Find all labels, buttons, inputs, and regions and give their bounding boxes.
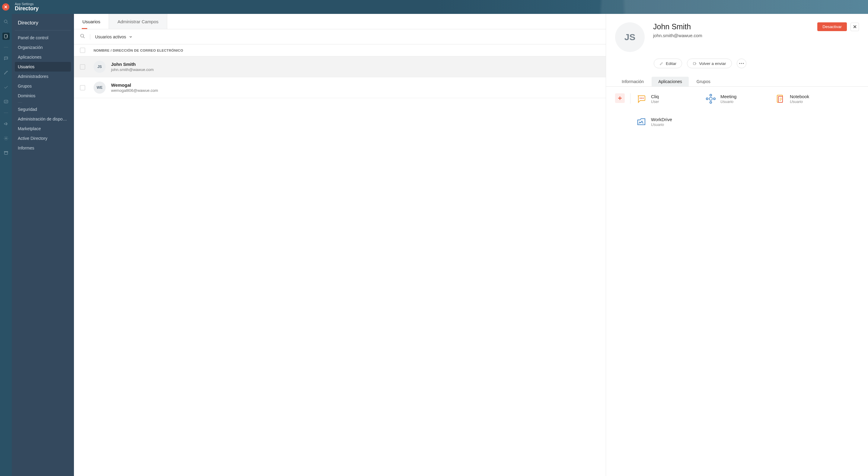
close-icon (853, 25, 857, 29)
archive-icon (4, 150, 8, 155)
apps-grid: Cliq User Meeting Usuario (636, 93, 841, 127)
app-role: Usuario (790, 100, 809, 104)
sidebar-item-apps[interactable]: Aplicaciones (15, 52, 71, 62)
close-button[interactable] (2, 3, 9, 10)
app-role: Usuario (720, 100, 736, 104)
sidebar-item-marketplace[interactable]: Marketplace (15, 124, 71, 133)
header-titles: App Settings Directory (15, 2, 39, 12)
meeting-icon (705, 93, 716, 104)
rail-directory[interactable] (2, 33, 10, 40)
sidebar-item-label: Seguridad (18, 107, 37, 112)
main-tabs: Usuarios Administrar Campos (74, 14, 606, 29)
rail-search[interactable] (2, 18, 10, 25)
sidebar-item-users[interactable]: Usuarios (15, 62, 71, 71)
row-checkbox[interactable] (80, 85, 85, 90)
tab-groups[interactable]: Grupos (690, 77, 717, 86)
app-name: WorkDrive (651, 117, 672, 122)
sidebar-item-domains[interactable]: Dominios (15, 91, 71, 100)
check-icon (4, 85, 8, 90)
more-actions-button[interactable] (737, 59, 746, 68)
tab-label: Información (622, 79, 644, 84)
svg-point-20 (713, 98, 715, 100)
rail-settings[interactable] (2, 135, 10, 142)
tab-manage-fields[interactable]: Administrar Campos (108, 14, 167, 29)
search-icon (4, 19, 8, 24)
search-button[interactable] (80, 33, 85, 40)
svg-point-0 (4, 20, 7, 23)
svg-point-10 (739, 63, 740, 64)
sidebar-item-panel[interactable]: Panel de control (15, 33, 71, 42)
app-card-meeting[interactable]: Meeting Usuario (705, 93, 772, 104)
close-icon (4, 5, 7, 9)
search-icon (80, 33, 85, 39)
svg-point-15 (643, 97, 644, 99)
tab-info[interactable]: Información (615, 77, 650, 86)
chart-icon (4, 99, 8, 104)
sidebar-item-label: Organización (18, 45, 43, 50)
sidebar-item-label: Marketplace (18, 126, 41, 131)
detail-tabs: Información Aplicaciones Grupos (606, 77, 868, 87)
sidebar-item-label: Usuarios (18, 64, 34, 69)
tab-users[interactable]: Usuarios (74, 14, 108, 29)
resend-button[interactable]: Volver a enviar (687, 59, 732, 68)
rail-design[interactable] (2, 69, 10, 77)
list-header: NOMBRE / DIRECCIÓN DE CORREO ELECTRÓNICO (74, 44, 606, 57)
sidebar-item-org[interactable]: Organización (15, 42, 71, 52)
app-card-workdrive[interactable]: WorkDrive Usuario (636, 116, 702, 127)
edit-label: Editar (666, 61, 676, 66)
select-all-checkbox[interactable] (80, 48, 85, 53)
sidebar-item-reports[interactable]: Informes (15, 143, 71, 153)
avatar-large: JS (615, 22, 645, 52)
app-header: App Settings Directory (0, 0, 868, 14)
tab-label: Administrar Campos (117, 19, 158, 24)
app-card-cliq[interactable]: Cliq User (636, 93, 702, 104)
user-info: Wemogal wemogal806@wawue.com (111, 83, 158, 93)
divider (630, 93, 630, 103)
chevron-down-icon (129, 35, 132, 38)
sidebar-item-admins[interactable]: Administradores (15, 71, 71, 81)
sidebar-item-groups[interactable]: Grupos (15, 81, 71, 91)
user-row[interactable]: WE Wemogal wemogal806@wawue.com (74, 77, 606, 98)
rail-separator (4, 113, 8, 113)
sidebar-item-devices[interactable]: Administración de dispositivos (15, 114, 71, 124)
filter-select[interactable]: Usuarios activos (95, 34, 132, 39)
sidebar-item-label: Panel de control (18, 35, 48, 40)
detail-email: john.smith@wawue.com (653, 33, 702, 38)
icon-rail (0, 14, 12, 476)
svg-point-12 (743, 63, 744, 64)
app-card-notebook[interactable]: Notebook Usuario (775, 93, 841, 104)
rail-archive[interactable] (2, 149, 10, 156)
svg-point-2 (5, 58, 5, 58)
row-checkbox[interactable] (80, 64, 85, 69)
tab-label: Grupos (696, 79, 710, 84)
directory-icon (4, 34, 8, 39)
sidebar-item-security[interactable]: Seguridad (15, 105, 71, 114)
detail-titles: John Smith john.smith@wawue.com (653, 22, 702, 38)
sidebar-item-ad[interactable]: Active Directory (15, 133, 71, 143)
pencil-icon (659, 62, 663, 65)
rail-announce[interactable] (2, 120, 10, 127)
sidebar-item-label: Grupos (18, 84, 32, 89)
rail-tasks[interactable] (2, 84, 10, 91)
deactivate-button[interactable]: Desactivar (817, 22, 847, 31)
rail-chat[interactable] (2, 55, 10, 62)
user-name: John Smith (111, 62, 154, 67)
edit-button[interactable]: Editar (654, 59, 682, 68)
detail-header: JS John Smith john.smith@wawue.com Desac… (606, 14, 868, 52)
filter-row: Usuarios activos (74, 29, 606, 44)
megaphone-icon (4, 121, 8, 126)
divider (90, 34, 90, 39)
sidebar-separator (18, 102, 22, 103)
user-row[interactable]: JS John Smith john.smith@wawue.com (74, 57, 606, 77)
user-email: wemogal806@wawue.com (111, 88, 158, 93)
svg-point-17 (710, 94, 712, 96)
add-app-button[interactable] (615, 93, 625, 103)
rail-analytics[interactable] (2, 98, 10, 106)
tab-apps[interactable]: Aplicaciones (652, 77, 689, 86)
header-decoration (477, 0, 868, 14)
user-info: John Smith john.smith@wawue.com (111, 62, 154, 72)
close-detail-button[interactable] (850, 23, 859, 31)
sidebar: Directory Panel de control Organización … (12, 14, 74, 476)
cliq-icon (636, 93, 647, 104)
svg-point-6 (5, 138, 7, 139)
